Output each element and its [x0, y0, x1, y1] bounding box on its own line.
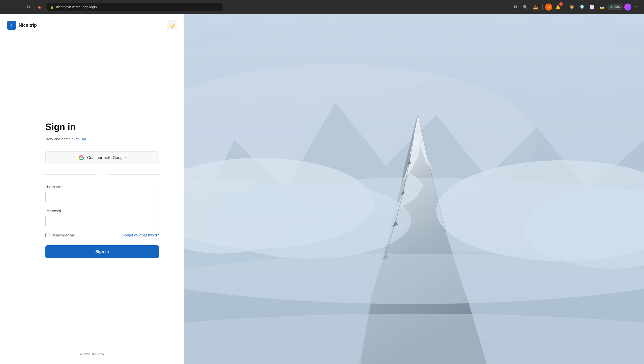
url-text: nicetripvn.vercel.app/login: [56, 5, 97, 9]
divider-line-right: [108, 174, 159, 175]
app-name: Nice trip: [19, 23, 37, 28]
sign-in-button[interactable]: Sign in: [45, 245, 159, 258]
login-form-container: Sign in New one here? Sign up! Continue …: [0, 36, 184, 364]
google-btn-label: Continue with Google: [87, 156, 126, 160]
remember-me-label[interactable]: Remember me: [45, 233, 75, 237]
mountain-scene: [184, 14, 644, 364]
sidebar-icon[interactable]: ⬜: [588, 3, 596, 11]
address-bar[interactable]: 🔒 nicetripvn.vercel.app/login: [46, 3, 223, 11]
remember-me-checkbox[interactable]: [45, 233, 49, 237]
secure-icon: 🔒: [50, 5, 54, 9]
share-icon[interactable]: 📤: [531, 3, 540, 11]
logo-symbol: ✈: [10, 22, 14, 28]
vpn-status-dot: [610, 6, 612, 8]
password-label: Password: [45, 209, 159, 213]
or-label: or: [100, 172, 104, 177]
back-button[interactable]: ←: [4, 3, 12, 11]
notification-badge: 1: [559, 2, 563, 6]
forward-button[interactable]: →: [14, 3, 22, 11]
reload-button[interactable]: ↻: [24, 3, 32, 11]
new-user-text: New one here? Sign up!: [45, 137, 159, 141]
app-logo: ✈ Nice trip: [7, 21, 37, 30]
sign-in-title: Sign in: [45, 122, 159, 132]
username-label: Username: [45, 185, 159, 189]
svg-point-11: [184, 314, 644, 364]
password-input[interactable]: [45, 215, 159, 227]
sign-up-link[interactable]: Sign up!: [72, 137, 86, 141]
right-panel: [184, 14, 644, 364]
username-group: Username: [45, 185, 159, 203]
brave-icon[interactable]: B: [545, 4, 552, 11]
google-signin-button[interactable]: Continue with Google: [45, 151, 159, 164]
form-options: Remember me Forgot your password?: [45, 233, 159, 237]
cast-icon[interactable]: 🖥: [511, 3, 520, 11]
google-logo-icon: [79, 155, 84, 161]
password-group: Password: [45, 209, 159, 227]
payments-icon[interactable]: 💳: [598, 3, 606, 11]
search-icon[interactable]: 🔍: [521, 3, 530, 11]
brave-rewards-icon[interactable]: 🦁: [568, 3, 576, 11]
username-input[interactable]: [45, 191, 159, 203]
wallet-icon[interactable]: 💎: [578, 3, 586, 11]
main-content: ✈ Nice trip 🌙 Sign in New one here? Sign…: [0, 14, 644, 364]
footer-text: © NiceTrip 2024: [0, 352, 184, 356]
divider-line-left: [45, 174, 96, 175]
bookmark-icon[interactable]: 🔖: [35, 3, 43, 11]
left-panel: ✈ Nice trip 🌙 Sign in New one here? Sign…: [0, 14, 184, 364]
app-header: ✈ Nice trip 🌙: [0, 14, 184, 36]
user-avatar[interactable]: [624, 4, 631, 11]
logo-icon: ✈: [7, 21, 16, 30]
or-divider: or: [45, 172, 159, 177]
browser-chrome: ← → ↻ 🔖 🔒 nicetripvn.vercel.app/login 🖥 …: [0, 0, 644, 14]
notification-icon[interactable]: 🔔 1: [554, 3, 562, 11]
vpn-label: VPN: [614, 5, 621, 9]
vpn-button[interactable]: VPN: [608, 4, 623, 10]
forgot-password-link[interactable]: Forgot your password?: [123, 233, 159, 237]
menu-icon[interactable]: ≡: [633, 3, 640, 11]
dark-mode-button[interactable]: 🌙: [167, 20, 177, 30]
